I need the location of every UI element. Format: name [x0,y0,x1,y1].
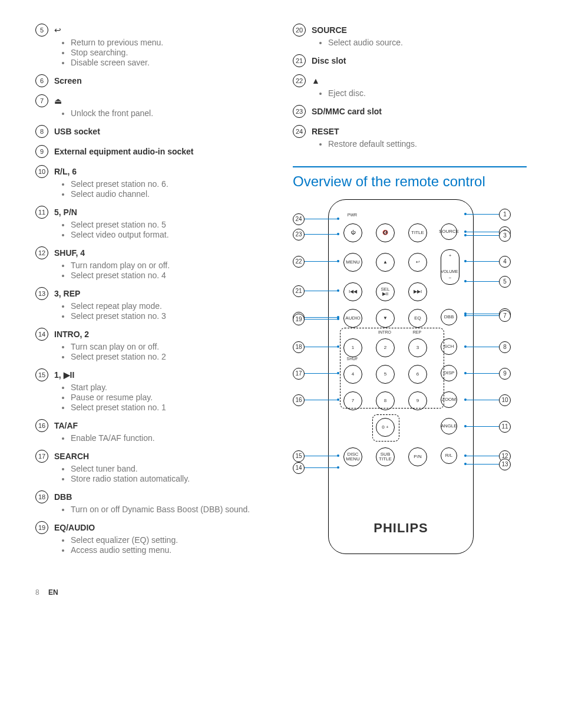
item-bullets: Turn random play on or off.Select preset… [35,261,269,280]
item-title: INTRO, 2 [54,330,89,339]
leader-dot [464,213,467,215]
leader-line [305,317,337,318]
left-column: 5↩Return to previous menu.Stop searching… [35,24,269,565]
definition-item: 151, ▶IIStart play.Pause or resume play.… [35,368,269,412]
eq-button: EQ [408,309,427,328]
item-header: 21Disc slot [293,54,527,67]
bullet: Select preset station no. 6. [71,179,269,189]
item-header: 9External equipment audio-in socket [35,145,269,158]
leader-line [467,281,499,282]
item-number: 7 [35,94,48,107]
callout-23: 23 [293,229,305,241]
item-title: External equipment audio-in socket [54,147,194,156]
definition-item: 9External equipment audio-in socket [35,145,269,158]
callout-1: 1 [499,209,511,220]
definition-item: 7⏏Unlock the front panel. [35,94,269,118]
bullet: Pause or resume play. [71,393,269,402]
item-header: 22▲ [293,74,527,87]
power-button: ⏻ [343,223,362,242]
callout-13: 13 [499,459,511,470]
item-icon: ⏏ [54,96,62,106]
item-number: 21 [293,54,306,67]
leader-dot [464,345,467,348]
bullet: Restore default settings. [328,139,527,149]
item-header: 20SOURCE [293,24,527,37]
brand-logo: PHILIPS [373,521,428,536]
leader-dot [337,218,339,220]
mute-button: 🔇 [376,223,395,242]
callout-17: 17 [293,368,305,380]
item-number: 12 [35,246,48,259]
item-title: SHUF, 4 [54,248,85,258]
leader-dot [337,318,339,320]
definition-item: 8USB socket [35,125,269,138]
bullet: Enable TA/AF function. [71,433,269,443]
definition-item: 20SOURCESelect audio source. [293,24,527,47]
button-label: VOLUME [438,269,461,274]
disc-menu-button: DISC MENU [343,447,362,466]
callout-11: 11 [499,421,511,433]
bullet: Turn random play on or off. [71,261,269,270]
callout-24: 24 [293,213,305,225]
bullet: Turn on or off Dynamic Bass Boost (DBB) … [71,505,269,514]
bullet: Select preset station no. 4 [71,271,269,280]
rl-button: R/L [441,447,457,464]
item-bullets: Select repeat play mode.Select preset st… [35,301,269,321]
definition-item: 17SEARCHSelect tuner band.Store radio st… [35,450,269,483]
leader-dot [464,398,467,401]
item-number: 23 [293,105,306,118]
item-number: 20 [293,24,306,37]
bullet: Select preset station no. 1 [71,403,269,412]
leader-line [467,235,499,236]
callout-16: 16 [293,394,305,406]
leader-line [467,373,499,374]
callout-14: 14 [293,462,305,474]
definition-item: 23SD/MMC card slot [293,105,527,118]
leader-dot [464,425,467,427]
sel-button: SEL ▶II [376,282,395,301]
remote-diagram: PWR⏻🔇TITLESOURCEMENU▲↩+−VOLUMEI◀◀SEL ▶II… [293,199,511,565]
item-header: 6Screen [35,74,269,87]
callout-15: 15 [293,450,305,462]
callout-4: 4 [499,256,511,268]
item-bullets: Enable TA/AF function. [35,433,269,443]
leader-dot [464,230,467,233]
leader-line [467,426,499,427]
leader-line [305,456,337,456]
item-number: 6 [35,74,48,87]
leader-dot [337,454,339,457]
callout-5: 5 [499,276,511,288]
leader-line [305,291,337,291]
leader-dot [464,260,467,262]
leader-line [467,261,499,262]
definition-item: 14INTRO, 2Turn scan play on or off.Selec… [35,328,269,361]
bullet: Select repeat play mode. [71,301,269,311]
callout-22: 22 [293,256,305,268]
zero-group-box [372,414,399,442]
angle-button: ANGLE [441,418,457,434]
bullet: Select preset station no. 2 [71,352,269,361]
bullet: Select equalizer (EQ) setting. [71,535,269,545]
item-number: 8 [35,125,48,138]
item-number: 17 [35,450,48,463]
leader-line [467,315,499,316]
leader-dot [337,233,339,235]
item-number: 15 [35,368,48,381]
item-title: TA/AF [54,421,78,430]
leader-dot [464,234,467,236]
item-header: 115, P/N [35,206,269,219]
bullet: Select audio source. [328,38,527,47]
item-icon: ↩ [54,25,61,35]
title-button: TITLE [408,223,427,242]
leader-line [467,314,499,314]
item-number: 18 [35,490,48,503]
definition-item: 5↩Return to previous menu.Stop searching… [35,24,269,67]
leader-line [467,400,499,400]
item-title: EQ/AUDIO [54,523,95,532]
definition-item: 22▲Eject disc. [293,74,527,98]
item-bullets: Select tuner band.Store radio station au… [35,464,269,483]
leader-line [305,400,337,400]
item-title: SD/MMC card slot [312,107,382,116]
right-column: 20SOURCESelect audio source.21Disc slot2… [293,24,527,565]
callout-7: 7 [499,310,511,322]
